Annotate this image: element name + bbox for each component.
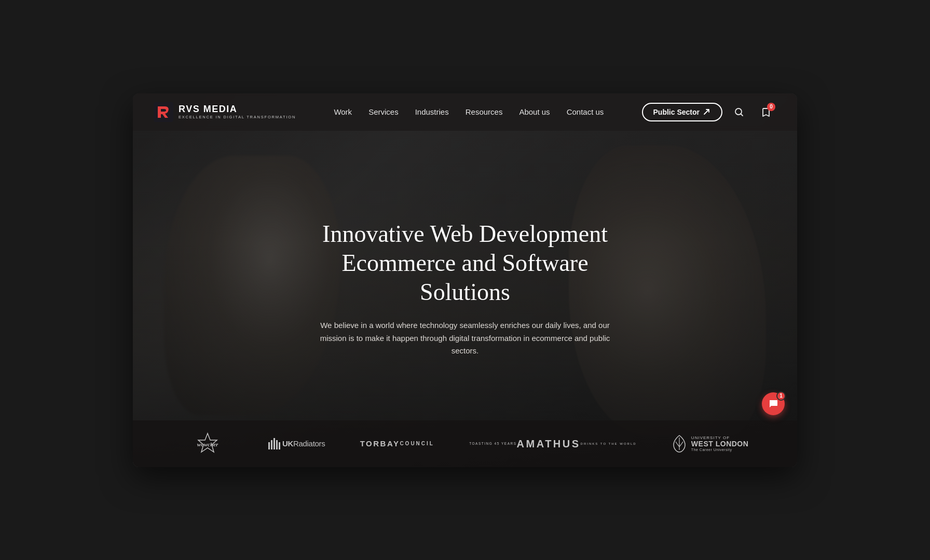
hero-content: Innovative Web Development Ecommerce and… (299, 219, 631, 358)
logo-torbay-council: TORBAY COUNCIL (360, 440, 434, 447)
nav-item-industries[interactable]: Industries (415, 107, 449, 117)
hero-section: RVS MEDIA EXCELLENCE IN DIGITAL TRANSFOR… (133, 93, 797, 467)
logo-amathus: TOASTING 45 YEARS AMATHUS DRINKS TO THE … (469, 439, 636, 449)
browser-frame: RVS MEDIA EXCELLENCE IN DIGITAL TRANSFOR… (133, 93, 797, 467)
search-button[interactable] (729, 102, 749, 122)
nav-link-resources[interactable]: Resources (466, 107, 503, 116)
west-london-text: UNIVERSITY OF WEST LONDON The Career Uni… (691, 435, 749, 452)
chat-badge: 1 (776, 391, 786, 401)
search-icon (734, 107, 744, 117)
nav-links: Work Services Industries Resources About… (334, 107, 604, 117)
nav-item-services[interactable]: Services (368, 107, 399, 117)
logo-text: RVS MEDIA EXCELLENCE IN DIGITAL TRANSFOR… (179, 104, 296, 120)
nav-item-resources[interactable]: Resources (466, 107, 503, 117)
nav-item-about[interactable]: About us (519, 107, 550, 117)
logo-link[interactable]: RVS MEDIA EXCELLENCE IN DIGITAL TRANSFOR… (154, 102, 296, 122)
rvs-logo-icon (154, 102, 173, 122)
nav-link-industries[interactable]: Industries (415, 107, 449, 116)
logo-name: RVS MEDIA (179, 104, 296, 115)
wl-sub-label: The Career University (691, 448, 749, 452)
torbay-sub: COUNCIL (400, 441, 434, 446)
logo-west-london: UNIVERSITY OF WEST LONDON The Career Uni… (672, 434, 749, 453)
amathus-bottom: DRINKS TO THE WORLD (581, 442, 637, 445)
urkrad-label: UKRadiators (282, 439, 325, 448)
nav-item-work[interactable]: Work (334, 107, 352, 117)
hero-title: Innovative Web Development Ecommerce and… (299, 219, 631, 306)
nav-link-contact[interactable]: Contact us (567, 107, 604, 116)
nav-link-work[interactable]: Work (334, 107, 352, 116)
navbar: RVS MEDIA EXCELLENCE IN DIGITAL TRANSFOR… (133, 93, 797, 131)
nav-link-about[interactable]: About us (519, 107, 550, 116)
logo-tagline: EXCELLENCE IN DIGITAL TRANSFORMATION (179, 115, 296, 119)
nav-link-services[interactable]: Services (368, 107, 399, 116)
public-sector-button[interactable]: Public Sector (642, 103, 722, 121)
chat-widget[interactable]: 1 (762, 392, 785, 415)
bookmark-button[interactable]: 0 (756, 102, 776, 122)
chat-icon (768, 398, 779, 409)
urkrad-bars-icon (268, 438, 280, 449)
logos-strip: wowcher UKRadiators TORBAY COUNCIL (133, 420, 797, 467)
west-london-wing-icon (672, 434, 687, 453)
wl-name-label: WEST LONDON (691, 440, 749, 448)
logo-wowcher: wowcher (182, 432, 234, 455)
torbay-name: TORBAY (360, 440, 400, 447)
amathus-name: AMATHUS (517, 439, 581, 449)
svg-text:wowcher: wowcher (197, 441, 218, 447)
nav-item-contact[interactable]: Contact us (567, 107, 604, 117)
hero-subtitle: We believe in a world where technology s… (320, 319, 610, 358)
bookmark-badge: 0 (767, 103, 775, 111)
amathus-top: TOASTING 45 YEARS (469, 442, 516, 445)
nav-right: Public Sector (642, 102, 776, 122)
wowcher-svg: wowcher (182, 432, 234, 455)
external-link-icon (703, 108, 711, 116)
logo-uk-radiators: UKRadiators (268, 438, 325, 449)
public-sector-label: Public Sector (653, 108, 700, 116)
